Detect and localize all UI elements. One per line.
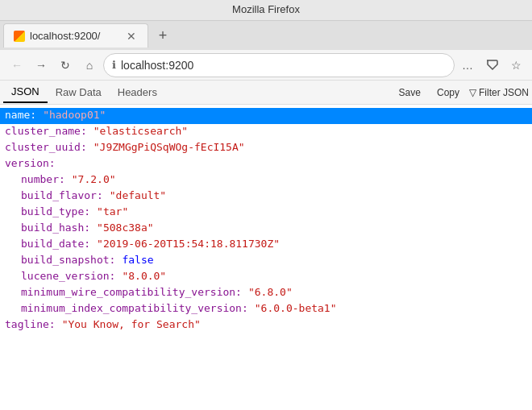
tab-bar: localhost:9200/ ✕ +: [0, 21, 532, 50]
tab-favicon: [14, 31, 25, 42]
json-row: version:: [0, 156, 532, 172]
json-value: "6.8.0": [248, 286, 293, 298]
tab-raw-data[interactable]: Raw Data: [48, 82, 110, 102]
json-row: cluster_uuid:"J9ZMGgPiQSqWOg-fEcI15A": [0, 140, 532, 156]
json-key: build_flavor:: [21, 189, 103, 201]
title-bar: Mozilla Firefox: [0, 0, 532, 21]
json-content: name:"hadoop01"cluster_name:"elasticsear…: [0, 105, 532, 410]
json-value: "You Know, for Search": [62, 318, 201, 330]
new-tab-button[interactable]: +: [152, 24, 174, 47]
more-button[interactable]: …: [458, 56, 477, 75]
json-value: "J9ZMGgPiQSqWOg-fEcI15A": [94, 141, 245, 153]
json-key: lucene_version:: [21, 270, 115, 282]
nav-bar: ← → ↻ ⌂ ℹ … ☆: [0, 50, 532, 81]
home-button[interactable]: ⌂: [79, 55, 100, 76]
json-value: false: [122, 254, 153, 266]
pocket-button[interactable]: [482, 56, 501, 75]
json-value: "2019-06-20T15:54:18.811730Z": [97, 238, 280, 250]
json-row: cluster_name:"elasticsearch": [0, 124, 532, 140]
json-row: tagline:"You Know, for Search": [0, 317, 532, 333]
json-key: build_type:: [21, 205, 90, 217]
json-key: number:: [21, 173, 65, 185]
filter-json-button[interactable]: ▽ Filter JSON: [469, 87, 529, 98]
window-title: Mozilla Firefox: [232, 3, 300, 15]
tab-json[interactable]: JSON: [3, 81, 48, 103]
json-row: build_hash:"508c38a": [0, 221, 532, 237]
filter-label: Filter JSON: [479, 87, 529, 98]
json-key: cluster_name:: [5, 125, 87, 137]
json-value: "6.0.0-beta1": [255, 302, 337, 314]
json-row: minimum_wire_compatibility_version:"6.8.…: [0, 285, 532, 301]
json-value: "elasticsearch": [94, 125, 188, 137]
copy-button[interactable]: Copy: [430, 85, 466, 100]
json-key: build_snapshot:: [21, 254, 115, 266]
json-value: "8.0.0": [122, 270, 166, 282]
json-key: cluster_uuid:: [5, 141, 87, 153]
json-row: minimum_index_compatibility_version:"6.0…: [0, 301, 532, 317]
json-key: minimum_index_compatibility_version:: [21, 302, 248, 314]
json-key: version:: [5, 157, 56, 169]
bookmark-button[interactable]: ☆: [506, 56, 526, 75]
json-value: "tar": [97, 205, 128, 217]
back-button[interactable]: ←: [6, 55, 27, 76]
json-row: build_type:"tar": [0, 205, 532, 221]
json-key: build_date:: [21, 238, 90, 250]
url-input[interactable]: [121, 59, 446, 72]
json-row: build_date:"2019-06-20T15:54:18.811730Z": [0, 237, 532, 253]
json-key: minimum_wire_compatibility_version:: [21, 286, 242, 298]
json-row: build_snapshot:false: [0, 253, 532, 269]
save-button[interactable]: Save: [393, 85, 427, 100]
json-value: "hadoop01": [43, 109, 106, 121]
json-row: name:"hadoop01": [0, 108, 532, 124]
tab-headers[interactable]: Headers: [110, 82, 165, 102]
json-key: tagline:: [5, 318, 56, 330]
info-icon: ℹ: [112, 59, 116, 71]
toolbar-actions: Save Copy ▽ Filter JSON: [393, 85, 529, 100]
toolbar: JSON Raw Data Headers Save Copy ▽ Filter…: [0, 81, 532, 105]
nav-icons: … ☆: [458, 56, 526, 75]
tab-close-button[interactable]: ✕: [125, 30, 138, 43]
json-value: "508c38a": [97, 222, 153, 234]
json-key: name:: [5, 109, 36, 121]
json-row: number:"7.2.0": [0, 172, 532, 188]
json-key: build_hash:: [21, 222, 90, 234]
tab-label: localhost:9200/: [30, 30, 100, 42]
json-row: lucene_version:"8.0.0": [0, 269, 532, 285]
reload-button[interactable]: ↻: [55, 55, 76, 76]
address-bar[interactable]: ℹ: [103, 53, 455, 77]
filter-icon: ▽: [469, 87, 476, 98]
forward-button[interactable]: →: [31, 55, 52, 76]
json-value: "7.2.0": [72, 173, 116, 185]
json-value: "default": [110, 189, 166, 201]
json-row: build_flavor:"default": [0, 188, 532, 205]
active-tab[interactable]: localhost:9200/ ✕: [3, 23, 148, 48]
